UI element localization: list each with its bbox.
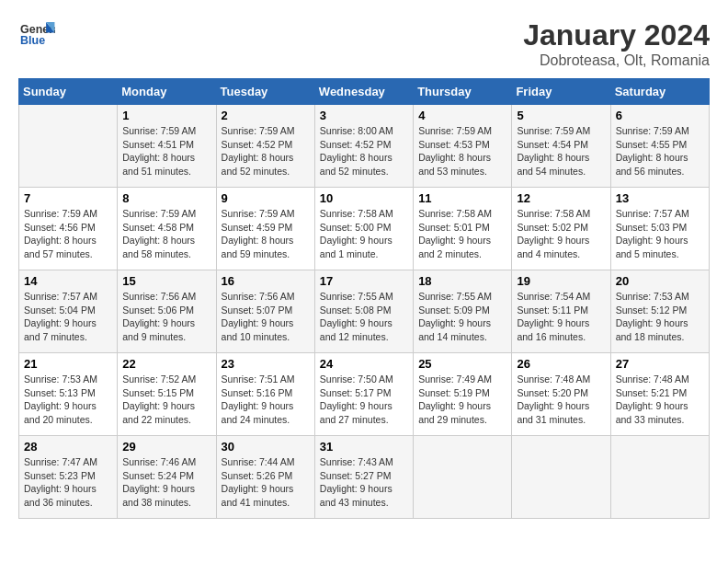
day-info: Sunrise: 7:59 AM Sunset: 4:58 PM Dayligh…: [122, 207, 210, 261]
calendar-cell: 5Sunrise: 7:59 AM Sunset: 4:54 PM Daylig…: [512, 105, 610, 188]
svg-text:Blue: Blue: [20, 34, 45, 47]
day-number: 25: [418, 357, 506, 371]
day-info: Sunrise: 7:50 AM Sunset: 5:17 PM Dayligh…: [320, 373, 408, 427]
calendar-cell: 27Sunrise: 7:48 AM Sunset: 5:21 PM Dayli…: [610, 353, 709, 436]
calendar-cell: 10Sunrise: 7:58 AM Sunset: 5:00 PM Dayli…: [314, 188, 413, 270]
day-info: Sunrise: 7:44 AM Sunset: 5:26 PM Dayligh…: [222, 455, 310, 510]
calendar-week-row: 21Sunrise: 7:53 AM Sunset: 5:13 PM Dayli…: [19, 353, 710, 436]
calendar-cell: 31Sunrise: 7:43 AM Sunset: 5:27 PM Dayli…: [314, 436, 413, 519]
day-number: 6: [616, 109, 704, 122]
calendar-cell: 16Sunrise: 7:56 AM Sunset: 5:07 PM Dayli…: [216, 270, 314, 353]
day-number: 19: [517, 274, 605, 288]
calendar-cell: 19Sunrise: 7:54 AM Sunset: 5:11 PM Dayli…: [512, 270, 610, 353]
day-number: 20: [616, 274, 704, 288]
day-info: Sunrise: 7:58 AM Sunset: 5:00 PM Dayligh…: [320, 207, 408, 261]
day-number: 7: [24, 191, 112, 205]
title-block: January 2024 Dobroteasa, Olt, Romania: [523, 18, 710, 69]
logo: General Blue: [18, 18, 55, 51]
day-number: 18: [418, 274, 506, 288]
day-number: 17: [320, 274, 408, 288]
col-header-wednesday: Wednesday: [314, 79, 413, 105]
day-number: 11: [418, 191, 506, 205]
day-info: Sunrise: 7:59 AM Sunset: 4:51 PM Dayligh…: [122, 124, 210, 178]
calendar-cell: 6Sunrise: 7:59 AM Sunset: 4:55 PM Daylig…: [610, 105, 709, 188]
day-number: 28: [24, 440, 112, 454]
day-number: 5: [517, 109, 605, 122]
calendar-cell: 23Sunrise: 7:51 AM Sunset: 5:16 PM Dayli…: [216, 353, 314, 436]
day-number: 26: [517, 357, 605, 371]
day-info: Sunrise: 7:52 AM Sunset: 5:15 PM Dayligh…: [122, 373, 210, 427]
calendar-cell: 2Sunrise: 7:59 AM Sunset: 4:52 PM Daylig…: [216, 105, 314, 188]
day-number: 2: [222, 109, 310, 122]
day-number: 30: [222, 440, 310, 454]
col-header-monday: Monday: [118, 79, 216, 105]
day-number: 22: [122, 357, 210, 371]
day-info: Sunrise: 7:43 AM Sunset: 5:27 PM Dayligh…: [320, 455, 408, 510]
calendar-cell: 25Sunrise: 7:49 AM Sunset: 5:19 PM Dayli…: [414, 353, 512, 436]
calendar-week-row: 1Sunrise: 7:59 AM Sunset: 4:51 PM Daylig…: [19, 105, 710, 188]
calendar-cell: 18Sunrise: 7:55 AM Sunset: 5:09 PM Dayli…: [414, 270, 512, 353]
day-info: Sunrise: 7:56 AM Sunset: 5:06 PM Dayligh…: [122, 290, 210, 344]
calendar-cell: 8Sunrise: 7:59 AM Sunset: 4:58 PM Daylig…: [118, 188, 216, 270]
calendar-header-row: SundayMondayTuesdayWednesdayThursdayFrid…: [19, 79, 710, 105]
day-info: Sunrise: 7:53 AM Sunset: 5:13 PM Dayligh…: [24, 373, 112, 427]
calendar-cell: 7Sunrise: 7:59 AM Sunset: 4:56 PM Daylig…: [19, 188, 118, 270]
col-header-thursday: Thursday: [414, 79, 512, 105]
day-info: Sunrise: 8:00 AM Sunset: 4:52 PM Dayligh…: [320, 124, 408, 178]
calendar-cell: 28Sunrise: 7:47 AM Sunset: 5:23 PM Dayli…: [19, 436, 118, 519]
day-info: Sunrise: 7:57 AM Sunset: 5:04 PM Dayligh…: [24, 290, 112, 344]
day-number: 8: [122, 191, 210, 205]
day-number: 4: [418, 109, 506, 122]
calendar-cell: 12Sunrise: 7:58 AM Sunset: 5:02 PM Dayli…: [512, 188, 610, 270]
calendar-cell: 20Sunrise: 7:53 AM Sunset: 5:12 PM Dayli…: [610, 270, 709, 353]
page-header: General Blue January 2024 Dobroteasa, Ol…: [18, 18, 710, 69]
calendar-cell: [610, 436, 709, 519]
day-number: 15: [122, 274, 210, 288]
calendar-week-row: 7Sunrise: 7:59 AM Sunset: 4:56 PM Daylig…: [19, 188, 710, 270]
day-info: Sunrise: 7:54 AM Sunset: 5:11 PM Dayligh…: [517, 290, 605, 344]
calendar-table: SundayMondayTuesdayWednesdayThursdayFrid…: [18, 78, 710, 519]
main-title: January 2024: [523, 18, 710, 52]
day-info: Sunrise: 7:59 AM Sunset: 4:55 PM Dayligh…: [616, 124, 704, 178]
day-info: Sunrise: 7:48 AM Sunset: 5:20 PM Dayligh…: [517, 373, 605, 427]
day-info: Sunrise: 7:56 AM Sunset: 5:07 PM Dayligh…: [222, 290, 310, 344]
calendar-cell: 11Sunrise: 7:58 AM Sunset: 5:01 PM Dayli…: [414, 188, 512, 270]
calendar-cell: 15Sunrise: 7:56 AM Sunset: 5:06 PM Dayli…: [118, 270, 216, 353]
day-number: 16: [222, 274, 310, 288]
day-info: Sunrise: 7:47 AM Sunset: 5:23 PM Dayligh…: [24, 455, 112, 510]
day-number: 24: [320, 357, 408, 371]
day-info: Sunrise: 7:59 AM Sunset: 4:59 PM Dayligh…: [222, 207, 310, 261]
day-info: Sunrise: 7:51 AM Sunset: 5:16 PM Dayligh…: [222, 373, 310, 427]
day-info: Sunrise: 7:59 AM Sunset: 4:53 PM Dayligh…: [418, 124, 506, 178]
calendar-cell: 24Sunrise: 7:50 AM Sunset: 5:17 PM Dayli…: [314, 353, 413, 436]
day-number: 27: [616, 357, 704, 371]
day-info: Sunrise: 7:49 AM Sunset: 5:19 PM Dayligh…: [418, 373, 506, 427]
calendar-cell: 9Sunrise: 7:59 AM Sunset: 4:59 PM Daylig…: [216, 188, 314, 270]
col-header-tuesday: Tuesday: [216, 79, 314, 105]
calendar-cell: 29Sunrise: 7:46 AM Sunset: 5:24 PM Dayli…: [118, 436, 216, 519]
day-number: 13: [616, 191, 704, 205]
calendar-cell: [414, 436, 512, 519]
day-number: 1: [122, 109, 210, 122]
day-number: 23: [222, 357, 310, 371]
calendar-cell: 3Sunrise: 8:00 AM Sunset: 4:52 PM Daylig…: [314, 105, 413, 188]
day-info: Sunrise: 7:58 AM Sunset: 5:02 PM Dayligh…: [517, 207, 605, 261]
day-info: Sunrise: 7:46 AM Sunset: 5:24 PM Dayligh…: [122, 455, 210, 510]
calendar-cell: 26Sunrise: 7:48 AM Sunset: 5:20 PM Dayli…: [512, 353, 610, 436]
day-info: Sunrise: 7:53 AM Sunset: 5:12 PM Dayligh…: [616, 290, 704, 344]
calendar-cell: [512, 436, 610, 519]
day-number: 10: [320, 191, 408, 205]
calendar-cell: 1Sunrise: 7:59 AM Sunset: 4:51 PM Daylig…: [118, 105, 216, 188]
day-info: Sunrise: 7:59 AM Sunset: 4:56 PM Dayligh…: [24, 207, 112, 261]
col-header-friday: Friday: [512, 79, 610, 105]
day-info: Sunrise: 7:59 AM Sunset: 4:54 PM Dayligh…: [517, 124, 605, 178]
calendar-cell: 14Sunrise: 7:57 AM Sunset: 5:04 PM Dayli…: [19, 270, 118, 353]
day-info: Sunrise: 7:57 AM Sunset: 5:03 PM Dayligh…: [616, 207, 704, 261]
calendar-cell: 17Sunrise: 7:55 AM Sunset: 5:08 PM Dayli…: [314, 270, 413, 353]
calendar-cell: [19, 105, 118, 188]
calendar-cell: 13Sunrise: 7:57 AM Sunset: 5:03 PM Dayli…: [610, 188, 709, 270]
day-info: Sunrise: 7:59 AM Sunset: 4:52 PM Dayligh…: [222, 124, 310, 178]
col-header-saturday: Saturday: [610, 79, 709, 105]
day-info: Sunrise: 7:58 AM Sunset: 5:01 PM Dayligh…: [418, 207, 506, 261]
day-number: 3: [320, 109, 408, 122]
